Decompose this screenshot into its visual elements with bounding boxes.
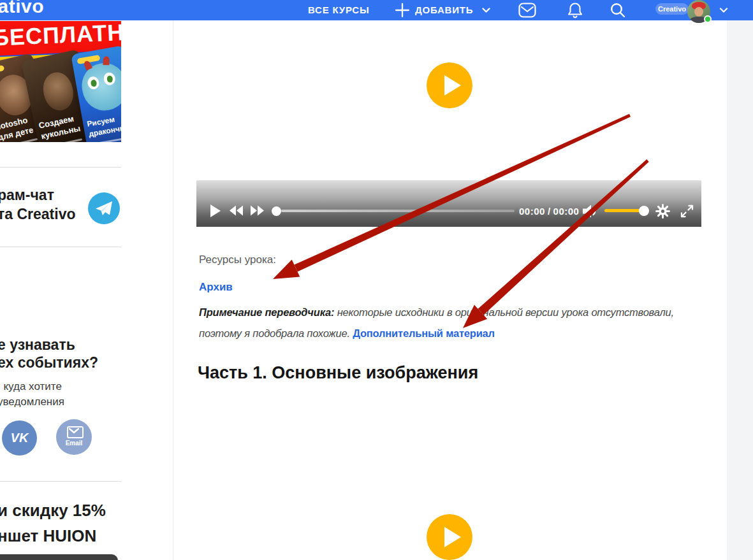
top-navbar: creativo ВСЕ КУРСЫ ДОБАВИТЬ Creativo <box>0 0 753 20</box>
translator-note: Примечание переводчика: некоторые исходн… <box>199 306 674 319</box>
huion-banner-button[interactable] <box>0 554 118 560</box>
play-icon <box>444 75 461 96</box>
search-icon[interactable] <box>610 2 626 18</box>
vk-icon[interactable]: VK <box>2 420 37 456</box>
note-lead: Примечание переводчика: <box>199 306 334 318</box>
time-separator: / <box>548 206 551 217</box>
seek-knob[interactable] <box>272 206 281 216</box>
telegram-icon[interactable] <box>88 192 120 224</box>
time-display: 00:00/00:00 <box>519 206 581 217</box>
play-icon <box>444 527 461 547</box>
site-logo[interactable]: creativo <box>0 0 44 17</box>
user-menu-chevron-icon[interactable] <box>719 8 728 13</box>
online-status-dot <box>704 15 712 23</box>
user-badge[interactable]: Creativo <box>655 3 689 15</box>
extra-material-link[interactable]: Дополнительный материал <box>353 327 495 339</box>
nav-add-button[interactable]: ДОБАВИТЬ <box>415 4 473 15</box>
promo-banner[interactable]: БЕСПЛАТНО notosho для дете Создаем кукол… <box>0 21 121 142</box>
avatar-face <box>694 7 703 17</box>
sidebar-divider <box>0 167 121 168</box>
fullscreen-icon[interactable] <box>680 204 694 219</box>
speaker-icon[interactable] <box>583 205 599 218</box>
seek-track[interactable] <box>281 210 515 212</box>
events-heading-line2: ех событиях? <box>0 354 98 371</box>
huion-heading-line2: ншет HUION <box>0 526 96 546</box>
rewind-icon[interactable] <box>230 205 244 216</box>
envelope-icon[interactable] <box>518 3 536 18</box>
telegram-heading-line2: та Creativo <box>0 206 75 223</box>
chevron-down-icon[interactable] <box>482 8 490 13</box>
duration: 00:00 <box>553 206 580 217</box>
content-left-border <box>173 20 173 560</box>
gear-icon[interactable] <box>655 204 670 219</box>
section-heading: Часть 1. Основные изображения <box>198 363 478 383</box>
plus-icon[interactable] <box>395 3 410 18</box>
nav-all-courses[interactable]: ВСЕ КУРСЫ <box>308 4 369 15</box>
video1-control-bar: 00:00/00:00 <box>196 180 701 227</box>
events-heading-line1: е узнавать <box>0 336 75 354</box>
email-label: Email <box>56 440 92 447</box>
note-line2: поэтому я подобрала похожие. Дополнитель… <box>199 327 495 340</box>
sidebar-divider <box>0 481 121 482</box>
video2-play-button[interactable] <box>427 514 472 560</box>
current-time: 00:00 <box>519 206 545 217</box>
play-icon[interactable] <box>210 205 221 217</box>
archive-link[interactable]: Архив <box>199 281 233 294</box>
huion-heading-line1: и скидку 15% <box>0 501 106 521</box>
resources-label: Ресурсы урока: <box>199 254 276 266</box>
bell-icon[interactable] <box>567 2 583 19</box>
events-body-line1: , куда хотите <box>0 380 62 393</box>
telegram-heading-line1: рам-чат <box>0 187 54 204</box>
sidebar-divider <box>0 247 121 247</box>
fast-forward-icon[interactable] <box>250 205 264 216</box>
note-line1: Примечание переводчика: некоторые исходн… <box>199 306 674 318</box>
video1-play-button[interactable] <box>427 62 472 108</box>
events-body-line2: уведомления <box>0 396 64 408</box>
volume-knob[interactable] <box>639 206 649 216</box>
email-icon[interactable]: Email <box>56 419 92 455</box>
